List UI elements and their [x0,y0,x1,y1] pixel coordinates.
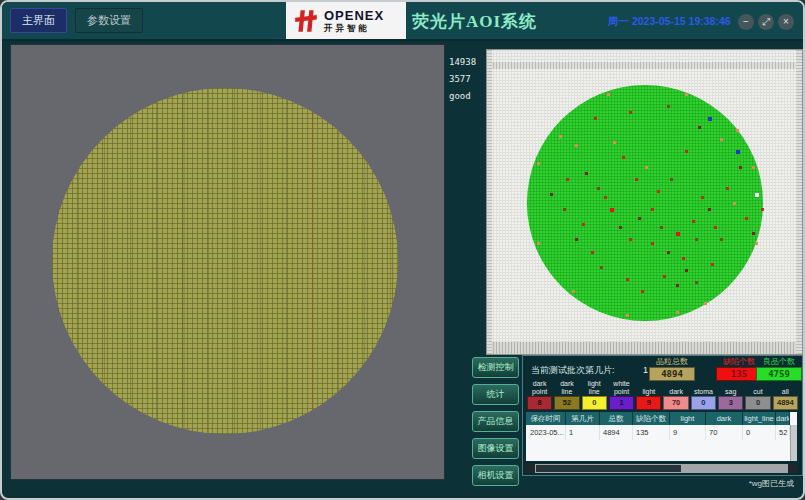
defect-die [685,93,688,96]
defect-die [676,232,680,236]
defect-die [537,162,540,165]
defect-die [638,217,641,220]
defect-die [726,187,729,190]
table-cell: 2023-05... [526,425,566,440]
defect-die [695,281,698,284]
defect-die [550,193,553,196]
defect-die [563,208,566,211]
wafer-image-panel[interactable] [10,44,445,480]
app-window: 主界面 参数设置 OPENEX 开异智能 荧光片AOI系统 周一 2023-05… [0,0,805,500]
category-dark: dark70 [663,380,688,410]
close-button[interactable]: × [778,14,794,30]
readout-count-1: 14938 [449,54,476,71]
table-cell: 52 [776,425,790,440]
defect-die [695,238,698,241]
table-cell: 1 [566,425,600,440]
defect-die [610,208,614,212]
tab-parameter-settings[interactable]: 参数设置 [75,8,143,33]
defect-die [651,242,654,245]
category-label: white point [609,380,634,395]
table-header-cell: 保存时间 [526,412,566,425]
defect-die [755,193,759,197]
table-header-cell: light [670,412,706,425]
logo-text: OPENEX 开异智能 [324,9,384,33]
readout-count-2: 3577 [449,71,476,88]
brand-name: OPENEX [324,9,384,22]
side-button-1[interactable]: 检测控制 [472,357,519,378]
table-header-cell: dark [706,412,743,425]
defect-die [761,208,764,211]
defect-die [708,208,711,211]
side-button-2[interactable]: 统计 [472,384,519,405]
side-button-3[interactable]: 产品信息 [472,411,519,432]
total-label: 良品个数 [756,357,802,366]
logo: OPENEX 开异智能 [286,2,406,39]
openex-logo-icon [293,8,319,34]
defect-die [704,302,707,305]
category-cut: cut0 [745,380,770,410]
table-row[interactable]: 2023-05...14894135970052 [526,425,797,440]
scroll-left-button[interactable] [526,464,535,473]
defect-die [585,172,588,175]
defect-die [613,141,616,144]
defect-die [559,135,562,138]
category-dark-line: dark line52 [554,380,579,410]
category-value: 0 [745,396,770,410]
defect-die [752,232,755,235]
category-value: 1 [609,396,634,410]
wafer-scan-line [312,88,314,434]
results-table[interactable]: 保存时间第几片总数缺陷个数lightdarklight_linedark_lin… [526,412,797,461]
total-value: 4759 [756,367,802,381]
table-header-cell: 第几片 [566,412,600,425]
defect-die [685,150,688,153]
total-value: 4894 [649,367,695,381]
defect-die [667,251,670,254]
readout-status: good [449,88,476,105]
side-button-4[interactable]: 图像设置 [472,438,519,459]
side-button-5[interactable]: 相机设置 [472,465,519,486]
category-label: dark line [554,380,579,395]
table-header-cell: 缺陷个数 [633,412,670,425]
defect-die [641,290,644,293]
category-label: light line [582,380,607,395]
category-sag: sag3 [718,380,743,410]
defect-die [622,156,625,159]
defect-die [660,226,663,229]
category-label: dark [663,388,688,396]
defect-die [711,263,714,266]
defect-die [619,226,622,229]
category-label: stoma [691,388,716,396]
defect-die [714,226,717,229]
defect-die [745,217,748,220]
defect-die [594,117,597,120]
defect-die [708,117,712,121]
scrollbar-thumb[interactable] [536,465,681,472]
tab-main[interactable]: 主界面 [10,8,67,33]
minimize-button[interactable]: − [738,14,754,30]
defect-die [736,129,739,132]
category-value: 9 [636,396,661,410]
app-title: 荧光片AOI系统 [412,10,537,33]
defect-layer [487,50,802,354]
table-vertical-scrollbar[interactable] [790,425,797,461]
category-label: sag [718,388,743,396]
batch-row: 当前测试批次第几片: 1 [531,364,648,377]
defect-die [575,144,578,147]
table-header-cell: light_line [743,412,776,425]
scroll-right-button[interactable] [788,464,797,473]
defect-die [720,138,723,141]
readouts: 14938 3577 good [449,54,476,105]
category-value: 70 [663,396,688,410]
defect-die [676,311,679,314]
category-all: all4894 [773,380,798,410]
category-value: 0 [691,396,716,410]
wafer-map-panel[interactable] [486,49,803,355]
table-header-cell: 总数 [600,412,633,425]
table-horizontal-scrollbar[interactable] [526,464,797,473]
table-header-row: 保存时间第几片总数缺陷个数lightdarklight_linedark_lin… [526,412,797,425]
defect-die [537,242,540,245]
category-value: 3 [718,396,743,410]
category-stoma: stoma0 [691,380,716,410]
category-value: 52 [554,396,579,410]
maximize-button[interactable]: ⤢ [758,14,774,30]
